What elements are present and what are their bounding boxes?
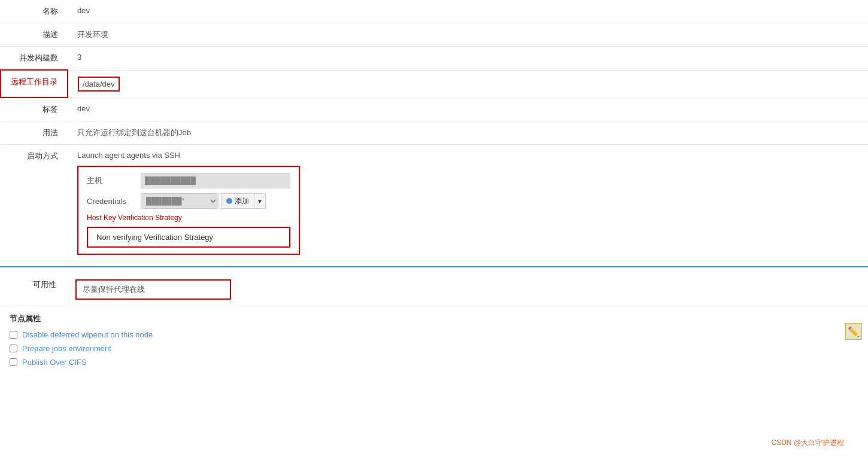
disable-wipeout-checkbox[interactable] [10,331,17,339]
name-value: dev [68,0,868,23]
remote-dir-row: 远程工作目录 /data/dev [1,70,868,98]
remote-dir-label: 远程工作目录 [1,70,68,98]
concurrent-builds-value: 3 [68,47,868,71]
availability-label: 可用性 [0,273,66,306]
description-label: 描述 [1,23,68,47]
launch-method-row: 启动方式 Launch agent agents via SSH 主机 Cred… [1,145,868,261]
concurrent-builds-row: 并发构建数 3 [1,47,868,71]
edit-icon[interactable]: ✏️ [845,323,862,340]
usage-label: 用法 [1,121,68,145]
tags-row: 标签 dev [1,98,868,121]
disable-wipeout-label: Disable deferred wipeout on this node [22,330,153,339]
availability-value: 尽量保持代理在线 [66,273,868,306]
host-label: 主机 [87,175,141,186]
add-icon [226,198,232,204]
description-value: 开发环境 [68,23,868,47]
concurrent-builds-label: 并发构建数 [1,47,68,71]
add-label: 添加 [235,196,249,206]
publish-cifs-checkbox[interactable] [10,358,17,366]
description-row: 描述 开发环境 [1,23,868,47]
verification-strategy-text: Non verifying Verification Strategy [96,233,213,242]
tags-label: 标签 [1,98,68,121]
dropdown-arrow-icon: ▼ [257,198,263,205]
add-dropdown-button[interactable]: ▼ [254,193,266,209]
availability-box: 尽量保持代理在线 [75,279,231,300]
availability-row: 可用性 尽量保持代理在线 [0,273,868,306]
launch-method-value: Launch agent agents via SSH 主机 Credentia… [68,145,868,261]
launch-method-text: Launch agent agents via SSH [77,151,858,160]
prepare-jobs-checkbox[interactable] [10,345,17,352]
add-credentials-button[interactable]: 添加 [221,193,254,209]
blue-separator [0,266,868,267]
host-key-row: Host Key Verification Strategy [87,214,290,222]
add-credentials-group: 添加 ▼ [221,193,266,209]
host-input[interactable] [141,173,290,188]
credentials-select[interactable]: ███████* [141,193,218,209]
prepare-jobs-label: Prepare jobs environment [22,344,111,353]
credentials-controls: ███████* 添加 ▼ [141,193,266,209]
remote-dir-value: /data/dev [68,70,868,98]
launch-method-label: 启动方式 [1,145,68,261]
host-row: 主机 [87,173,290,188]
checkbox-row-2: Prepare jobs environment [0,342,868,355]
checkbox-row-3: Publish Over CIFS [0,355,868,369]
name-label: 名称 [1,0,68,23]
availability-text: 尽量保持代理在线 [83,285,145,294]
checkbox-row-1: Disable deferred wipeout on this node [0,328,868,342]
ssh-config-block: 主机 Credentials ███████* [77,166,300,255]
credentials-label: Credentials [87,197,141,206]
name-row: 名称 dev [1,0,868,23]
credentials-row: Credentials ███████* 添加 [87,193,290,209]
remote-dir-highlight: /data/dev [78,77,120,92]
usage-value: 只允许运行绑定到这台机器的Job [68,121,868,145]
verification-strategy-box: Non verifying Verification Strategy [87,227,290,248]
verification-row: Non verifying Verification Strategy [87,227,290,248]
tags-value: dev [68,98,868,121]
node-properties-title: 节点属性 [0,306,868,328]
host-key-label: Host Key Verification Strategy [87,214,207,222]
watermark: CSDN @大白守护进程 [771,438,844,448]
publish-cifs-label: Publish Over CIFS [22,358,87,367]
usage-row: 用法 只允许运行绑定到这台机器的Job [1,121,868,145]
